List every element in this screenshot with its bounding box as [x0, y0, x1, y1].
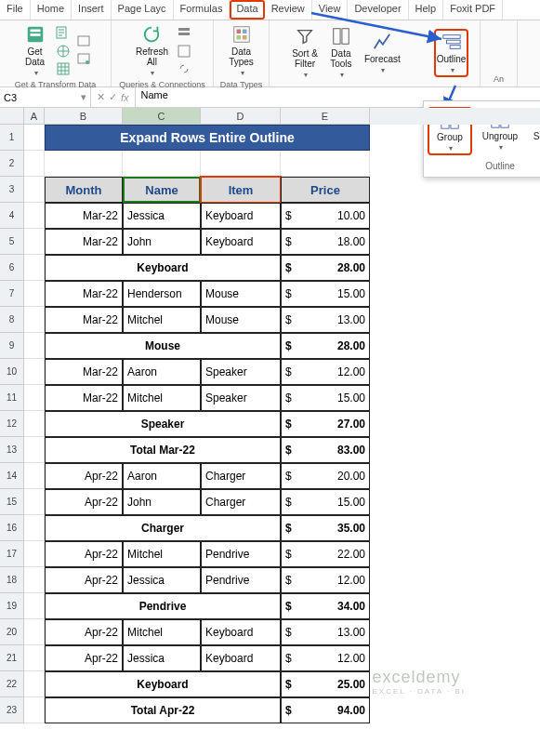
row-header[interactable]: 5 — [0, 229, 24, 255]
cell-month[interactable]: Apr-22 — [45, 541, 123, 567]
menu-data[interactable]: Data — [230, 0, 264, 20]
row-header[interactable]: 18 — [0, 567, 24, 593]
cell[interactable] — [24, 541, 45, 567]
cell-item[interactable]: Pendrive — [201, 541, 281, 567]
get-data-button[interactable]: Get Data — [20, 22, 51, 79]
cell-month[interactable]: Apr-22 — [45, 619, 123, 645]
cell-price[interactable]: $35.00 — [281, 515, 370, 541]
cell-month[interactable]: Mar-22 — [45, 281, 123, 307]
cell-month[interactable]: Apr-22 — [45, 567, 123, 593]
menu-foxit-pdf[interactable]: Foxit PDF — [443, 0, 503, 20]
cell-item[interactable]: Speaker — [201, 359, 281, 385]
sort-filter-button[interactable]: Sort & Filter — [288, 24, 322, 81]
row-header[interactable]: 23 — [0, 697, 24, 723]
cell-name[interactable]: Mitchel — [123, 541, 201, 567]
cell[interactable] — [24, 411, 45, 437]
existing-connections-icon[interactable] — [75, 51, 92, 68]
select-all-triangle[interactable] — [0, 108, 24, 125]
cell-month[interactable]: Mar-22 — [45, 229, 123, 255]
cell-item[interactable]: Keyboard — [201, 229, 281, 255]
cell-price[interactable]: $28.00 — [281, 333, 370, 359]
cell[interactable] — [24, 619, 45, 645]
cell[interactable] — [201, 151, 281, 177]
cell-price[interactable]: $15.00 — [281, 281, 370, 307]
subtotal-label[interactable]: Total Mar-22 — [45, 437, 281, 463]
cell-item[interactable]: Keyboard — [201, 619, 281, 645]
menu-home[interactable]: Home — [31, 0, 72, 20]
col-header-A[interactable]: A — [24, 108, 45, 125]
subtotal-label[interactable]: Keyboard — [45, 255, 281, 281]
menu-developer[interactable]: Developer — [348, 0, 408, 20]
name-box[interactable]: C3 ▾ — [0, 87, 91, 107]
subtotal-label[interactable]: Keyboard — [45, 671, 281, 697]
cell-price[interactable]: $15.00 — [281, 489, 370, 515]
cell-price[interactable]: $83.00 — [281, 437, 370, 463]
cell-month[interactable]: Mar-22 — [45, 359, 123, 385]
cell-month[interactable]: Apr-22 — [45, 463, 123, 489]
cell-month[interactable]: Apr-22 — [45, 645, 123, 671]
subtotal-label[interactable]: Speaker — [45, 411, 281, 437]
cell[interactable] — [45, 151, 123, 177]
menu-formulas[interactable]: Formulas — [174, 0, 230, 20]
row-header[interactable]: 16 — [0, 515, 24, 541]
data-tools-button[interactable]: Data Tools — [325, 24, 357, 81]
cell-name[interactable]: Jessica — [123, 203, 201, 229]
cell[interactable] — [24, 281, 45, 307]
subtotal-label[interactable]: Pendrive — [45, 593, 281, 619]
enter-icon[interactable]: ✓ — [109, 91, 117, 103]
cell[interactable] — [24, 515, 45, 541]
cell[interactable] — [24, 333, 45, 359]
cell-item[interactable]: Charger — [201, 489, 281, 515]
recent-sources-icon[interactable] — [75, 33, 92, 50]
cell-item[interactable]: Charger — [201, 463, 281, 489]
th-price[interactable]: Price — [281, 177, 370, 203]
subtotal-label[interactable]: Mouse — [45, 333, 281, 359]
row-header[interactable]: 4 — [0, 203, 24, 229]
edit-links-icon[interactable] — [176, 60, 192, 77]
cell[interactable] — [24, 359, 45, 385]
cell[interactable] — [24, 203, 45, 229]
menu-file[interactable]: File — [0, 0, 31, 20]
from-table-icon[interactable] — [55, 60, 72, 77]
row-header[interactable]: 17 — [0, 541, 24, 567]
cell[interactable] — [24, 645, 45, 671]
properties-icon[interactable] — [176, 43, 192, 60]
cell-price[interactable]: $12.00 — [281, 567, 370, 593]
cell[interactable] — [24, 151, 45, 177]
row-header[interactable]: 6 — [0, 255, 24, 281]
cell-price[interactable]: $94.00 — [281, 697, 370, 723]
cell-month[interactable]: Mar-22 — [45, 385, 123, 411]
cell[interactable] — [24, 489, 45, 515]
cell[interactable] — [24, 177, 45, 203]
row-header[interactable]: 9 — [0, 333, 24, 359]
cell[interactable] — [24, 697, 45, 723]
cell-month[interactable]: Mar-22 — [45, 307, 123, 333]
queries-connections-icon[interactable] — [176, 25, 192, 42]
th-name[interactable]: Name — [123, 177, 201, 203]
row-header[interactable]: 2 — [0, 151, 24, 177]
cell[interactable] — [24, 463, 45, 489]
row-header[interactable]: 15 — [0, 489, 24, 515]
cell[interactable] — [123, 151, 201, 177]
cancel-icon[interactable]: ✕ — [97, 91, 105, 103]
cell-name[interactable]: Mitchel — [123, 307, 201, 333]
cell[interactable] — [24, 125, 45, 151]
cell-name[interactable]: Mitchel — [123, 385, 201, 411]
fx-icon[interactable]: fx — [121, 92, 129, 103]
cell[interactable] — [24, 385, 45, 411]
cell-price[interactable]: $10.00 — [281, 203, 370, 229]
menu-page-layc[interactable]: Page Layc — [112, 0, 174, 20]
row-header[interactable]: 10 — [0, 359, 24, 385]
forecast-button[interactable]: Forecast — [361, 30, 404, 76]
cell-price[interactable]: $12.00 — [281, 645, 370, 671]
cell[interactable] — [24, 255, 45, 281]
from-web-icon[interactable] — [55, 43, 72, 60]
subtotal-label[interactable]: Charger — [45, 515, 281, 541]
cell-name[interactable]: Henderson — [123, 281, 201, 307]
cell-name[interactable]: Aaron — [123, 463, 201, 489]
subtotal-label[interactable]: Total Apr-22 — [45, 697, 281, 723]
refresh-all-button[interactable]: Refresh All — [132, 22, 172, 79]
cell-price[interactable]: $20.00 — [281, 463, 370, 489]
menu-help[interactable]: Help — [409, 0, 444, 20]
cell[interactable] — [24, 671, 45, 697]
